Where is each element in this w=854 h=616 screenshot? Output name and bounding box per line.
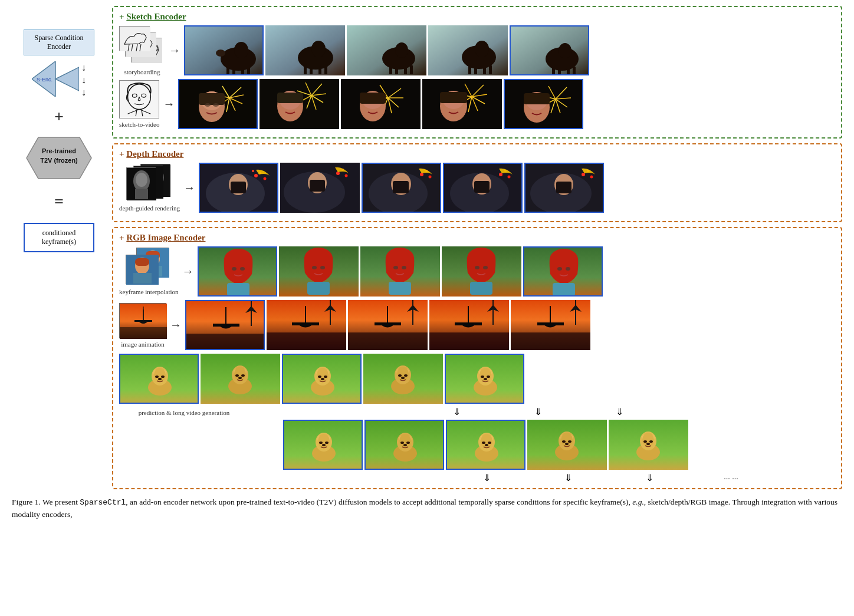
svg-point-25: [311, 41, 326, 57]
depth-out-4: [443, 163, 523, 213]
svg-point-135: [254, 174, 258, 177]
sunset-frame-4: [429, 300, 509, 350]
svg-rect-27: [310, 65, 313, 74]
svg-point-270: [401, 377, 405, 379]
arrow-right-4: →: [182, 265, 194, 278]
svg-point-69: [205, 103, 211, 107]
svg-point-277: [481, 375, 484, 378]
right-panel: + Sketch Encoder: [112, 6, 842, 489]
sparse-condition-box: Sparse Condition Encoder: [24, 29, 94, 55]
sunset-frame-2: [267, 300, 346, 350]
svg-point-305: [488, 442, 491, 444]
svg-rect-149: [393, 181, 409, 193]
arrow-right-3: →: [183, 181, 195, 195]
svg-rect-198: [470, 282, 492, 295]
svg-point-304: [482, 442, 485, 444]
svg-rect-21: [247, 67, 250, 75]
svg-rect-40: [468, 65, 471, 74]
dog-row1-frame-2: [201, 354, 280, 404]
depth-input-group: depth-guided rendering: [119, 164, 180, 212]
svg-rect-213: [186, 334, 265, 350]
pretrained-t2v-shape: Pre-trained T2V (frozen): [18, 134, 100, 184]
svg-point-287: [325, 442, 329, 444]
svg-point-322: [643, 440, 647, 443]
dog-row2-frame-5: [609, 420, 688, 470]
svg-point-70: [213, 103, 219, 107]
svg-point-22: [216, 50, 225, 57]
down-arrows-row1: ⇓ ⇓ ⇓: [254, 406, 659, 417]
firework-frame-3: [341, 79, 421, 129]
svg-point-306: [485, 444, 488, 446]
svg-point-185: [320, 266, 325, 269]
svg-rect-43: [489, 65, 492, 74]
svg-point-261: [321, 378, 324, 380]
depth-label: depth-guided rendering: [119, 205, 180, 212]
conditioned-keyframes-box: conditionedkeyframe(s): [24, 223, 94, 252]
arrow-right-5: →: [170, 318, 182, 332]
horse-frame-3: [347, 25, 426, 75]
svg-rect-28: [318, 65, 321, 74]
spacer-2: [336, 406, 415, 417]
svg-rect-30: [347, 25, 426, 75]
svg-point-286: [319, 442, 323, 444]
sketch-to-video-label: sketch-to-video: [119, 121, 159, 128]
depth-out-3: [362, 163, 441, 213]
svg-rect-186: [307, 282, 330, 295]
svg-point-250: [235, 374, 239, 377]
horse-frame-1: [184, 25, 264, 75]
s-enc-section: S-Enc. ↓ ↓ ↓: [32, 61, 86, 99]
depth-section-title: + Depth Encoder: [119, 149, 835, 159]
down-arrow-r2-1: ⇓: [447, 472, 527, 483]
depth-out-5: [524, 163, 604, 213]
down-arrow-d3: ⇓: [580, 406, 659, 417]
dog-row1-frame-3: [282, 354, 362, 404]
sketch-face-input-group: sketch-to-video: [119, 80, 159, 128]
svg-point-269: [404, 374, 408, 377]
down-arrow-d1: ⇓: [417, 406, 497, 417]
dog-row2-frame-1: [283, 420, 363, 470]
svg-point-129: [136, 173, 147, 187]
svg-rect-35: [404, 65, 407, 74]
svg-point-190: [393, 266, 398, 269]
firework-frame-2: [260, 79, 339, 129]
svg-point-166: [590, 176, 593, 179]
anime-frame-4: [442, 246, 521, 297]
s-enc-shape: S-Enc.: [32, 61, 79, 99]
svg-rect-20: [241, 67, 244, 75]
svg-point-159: [507, 176, 510, 179]
svg-point-297: [403, 444, 407, 446]
svg-point-137: [263, 177, 266, 180]
spacer-1: [254, 406, 334, 417]
anime-frames-strip: [198, 246, 603, 297]
depth-out-1: [199, 163, 278, 213]
svg-rect-36: [410, 65, 413, 74]
svg-point-17: [234, 42, 248, 58]
svg-point-251: [241, 374, 245, 377]
svg-point-324: [646, 443, 650, 445]
svg-rect-174: [133, 273, 152, 284]
sunset-frame-5: [511, 300, 590, 350]
svg-rect-33: [389, 65, 392, 74]
dog-label-arrows-row: prediction & long video generation ⇓ ⇓ ⇓: [119, 406, 835, 417]
svg-rect-82: [277, 93, 303, 103]
svg-text:S-Enc.: S-Enc.: [37, 77, 52, 83]
svg-point-323: [649, 440, 653, 443]
svg-point-138: [252, 170, 254, 172]
depth-out-2: [280, 163, 360, 213]
rgb-encoder-section: + RGB Image Encoder: [112, 227, 842, 489]
svg-rect-68: [199, 93, 225, 105]
rgb-section-title: + RGB Image Encoder: [119, 233, 835, 243]
svg-rect-130: [135, 189, 148, 199]
svg-rect-47: [552, 67, 555, 75]
dog-row1-frame-5: [445, 354, 524, 404]
svg-point-145: [344, 174, 347, 177]
svg-point-241: [155, 375, 159, 378]
main-container: Sparse Condition Encoder S-Enc. ↓ ↓ ↓ +: [12, 6, 842, 489]
down-arrows: ↓ ↓ ↓: [81, 62, 86, 98]
arrow-down-3: ↓: [81, 87, 86, 98]
svg-rect-173: [135, 258, 149, 266]
svg-rect-192: [389, 282, 411, 295]
image-animation-row: image animation →: [119, 300, 835, 350]
horse-frame-2: [265, 25, 345, 75]
down-arrow-r2-3: ⇓: [610, 472, 689, 483]
